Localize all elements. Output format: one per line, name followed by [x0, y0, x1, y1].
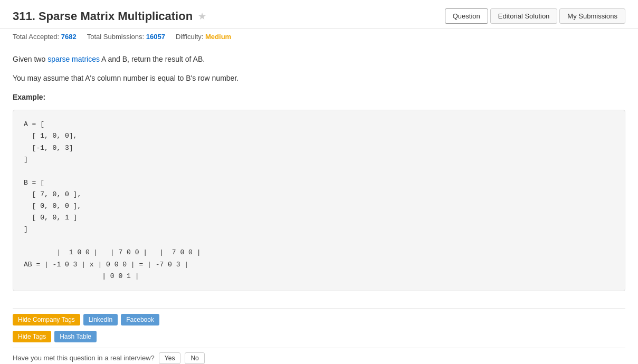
tags-area: Hide Company Tags LinkedIn Facebook [0, 309, 638, 331]
question-tab[interactable]: Question [445, 8, 488, 24]
accepted-value: 7682 [61, 33, 77, 41]
content-area: Given two sparse matrices A and B, retur… [0, 45, 638, 308]
editorial-tab[interactable]: Editorial Solution [490, 8, 558, 24]
difficulty-stat: Difficulty: Medium [176, 33, 231, 41]
hash-table-tag-button[interactable]: Hash Table [54, 331, 97, 342]
page-header: 311. Sparse Matrix Multiplication ★ Ques… [0, 0, 638, 28]
star-icon[interactable]: ★ [198, 11, 206, 22]
submissions-value: 16057 [146, 33, 165, 41]
example-label: Example: [13, 91, 625, 104]
difficulty-value: Medium [205, 33, 231, 41]
yes-button[interactable]: Yes [159, 352, 181, 364]
title-area: 311. Sparse Matrix Multiplication ★ [13, 9, 206, 23]
hide-company-tags-button[interactable]: Hide Company Tags [13, 314, 80, 325]
submissions-stat: Total Submissions: 16057 [87, 33, 165, 41]
facebook-tag-button[interactable]: Facebook [121, 314, 159, 325]
tags-area-2: Hide Tags Hash Table [0, 331, 638, 348]
stats-bar: Total Accepted: 7682 Total Submissions: … [0, 28, 638, 45]
interview-question: Have you met this question in a real int… [13, 354, 155, 362]
problem-line2: You may assume that A's column number is… [13, 72, 625, 85]
code-block: A = [ [ 1, 0, 0], [-1, 0, 3] ] B = [ [ 7… [13, 110, 625, 291]
hide-tags-button[interactable]: Hide Tags [13, 331, 51, 342]
page-title: 311. Sparse Matrix Multiplication [13, 9, 193, 23]
accepted-stat: Total Accepted: 7682 [13, 33, 77, 41]
linkedin-tag-button[interactable]: LinkedIn [83, 314, 118, 325]
sparse-matrices-link[interactable]: sparse matrices [47, 55, 100, 63]
nav-buttons: Question Editorial Solution My Submissio… [445, 8, 625, 24]
submissions-tab[interactable]: My Submissions [559, 8, 625, 24]
no-button[interactable]: No [185, 352, 204, 364]
problem-line1: Given two sparse matrices A and B, retur… [13, 53, 625, 66]
interview-section: Have you met this question in a real int… [0, 348, 638, 364]
problem-description: Given two sparse matrices A and B, retur… [13, 53, 625, 291]
